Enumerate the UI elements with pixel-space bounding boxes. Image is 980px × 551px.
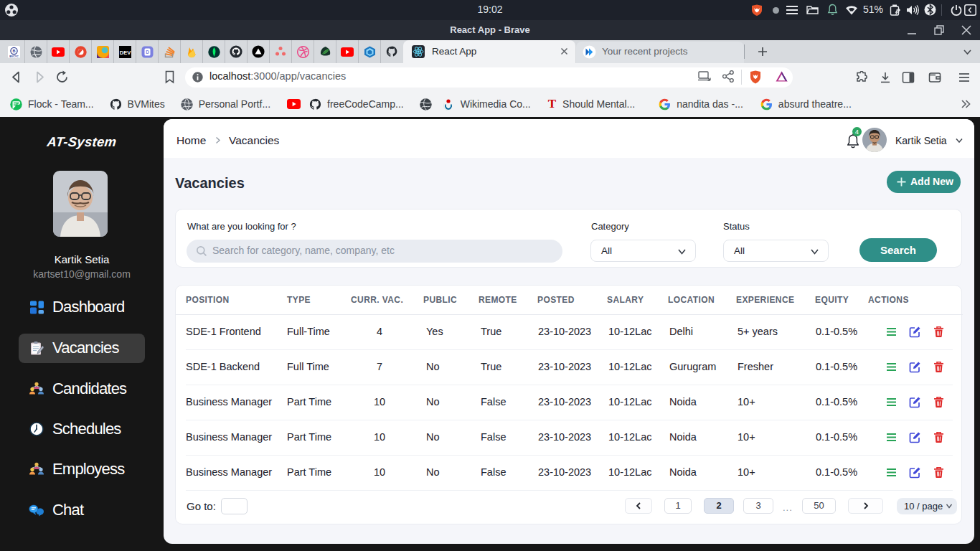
svg-text:DEV: DEV (119, 49, 130, 55)
svg-text:B: B (12, 49, 15, 53)
svg-text:BVCYC: BVCYC (9, 55, 19, 57)
svg-text:D: D (146, 50, 149, 55)
